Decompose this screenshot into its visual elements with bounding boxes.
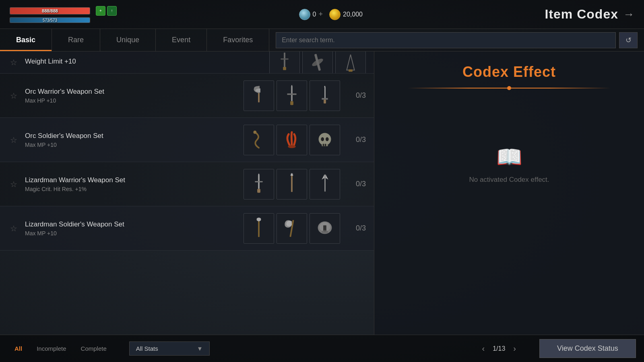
item-list: ☆ Weight Limit +10	[0, 51, 374, 335]
item-info-3: Lizardman Warrior's Weapon Set Magic Cri…	[25, 176, 238, 192]
main-content: ☆ Weight Limit +10	[0, 51, 644, 335]
sword-icon	[280, 84, 303, 107]
progress-text-1: 0/3	[346, 91, 366, 100]
codex-empty-text: No activated Codex effect.	[469, 176, 549, 184]
partial-item-icons	[269, 51, 366, 74]
partial-item-info: Weight Limit +10	[25, 58, 264, 67]
svg-rect-13	[322, 98, 328, 99]
svg-rect-2	[283, 67, 286, 70]
item-stat-2: Max MP +10	[25, 142, 238, 148]
filter-all[interactable]: All	[8, 342, 29, 355]
tab-rare[interactable]: Rare	[52, 29, 100, 51]
svg-point-37	[324, 230, 326, 231]
list-item: ☆ Orc Soldier's Weapon Set Max MP +10	[0, 118, 374, 162]
svg-marker-26	[258, 173, 260, 175]
favorite-button-partial[interactable]: ☆	[8, 58, 19, 67]
item-name-2: Orc Soldier's Weapon Set	[25, 132, 238, 140]
currency-area: 0 + 20,000	[117, 9, 545, 20]
stats-dropdown-label: All Stats	[136, 345, 158, 352]
gem-icon	[299, 9, 310, 20]
svg-rect-24	[255, 181, 262, 182]
svg-rect-5	[349, 69, 353, 72]
title-area: Item Codex →	[545, 7, 634, 22]
item-icon-box	[277, 80, 307, 111]
item-icon-box	[302, 51, 333, 74]
tabs-bar: Basic Rare Unique Event Favorites ↺	[0, 29, 644, 51]
svg-point-18	[321, 137, 324, 141]
item-icon-box	[244, 125, 274, 155]
search-input[interactable]	[276, 32, 616, 48]
item-icon-box	[310, 125, 340, 155]
gold-currency: 20,000	[329, 9, 363, 20]
tab-event[interactable]: Event	[156, 29, 207, 51]
svg-point-17	[319, 133, 331, 145]
tab-unique[interactable]: Unique	[100, 29, 156, 51]
right-panel: Codex Effect 📖 No activated Codex effect…	[374, 51, 644, 335]
blade-icon	[313, 173, 336, 196]
progress-text-2: 0/3	[346, 136, 366, 144]
search-area: ↺	[269, 29, 644, 51]
weapon-icon	[273, 51, 296, 74]
claw-icon	[280, 128, 303, 152]
svg-rect-11	[324, 87, 326, 99]
filter-incomplete[interactable]: Incomplete	[30, 342, 72, 355]
progress-text-3: 0/3	[346, 180, 366, 188]
partial-item-name: Weight Limit +10	[25, 58, 264, 66]
svg-rect-9	[290, 101, 293, 105]
item-icon-box	[244, 80, 274, 111]
hp-text: 888/888	[42, 8, 58, 13]
view-codex-status-button[interactable]: View Codex Status	[539, 339, 636, 358]
list-item: ☆ Orc Warrior's Weapon Set Max HP +10	[0, 74, 374, 118]
next-page-button[interactable]: ›	[510, 342, 519, 355]
codex-book-icon: 📖	[496, 145, 522, 169]
pagination: ‹ 1/13 ›	[479, 342, 519, 355]
tab-basic[interactable]: Basic	[0, 29, 52, 51]
favorite-button-2[interactable]: ☆	[8, 135, 19, 145]
favorite-button-1[interactable]: ☆	[8, 91, 19, 101]
search-button[interactable]: ↺	[619, 32, 638, 48]
add-gems-button[interactable]: +	[318, 10, 323, 19]
item-icon-box	[244, 169, 274, 200]
item-name-4: Lizardman Soldier's Weapon Set	[25, 220, 238, 228]
item-stat-3: Magic Crit. Hit Res. +1%	[25, 186, 238, 192]
codex-effect-title: Codex Effect	[462, 64, 556, 80]
mp-text: 573/573	[43, 18, 57, 22]
filter-complete[interactable]: Complete	[74, 342, 113, 355]
item-icons-1	[244, 80, 340, 111]
item-icon-box	[310, 169, 340, 200]
favorite-button-4[interactable]: ☆	[8, 224, 19, 233]
svg-point-19	[326, 137, 329, 141]
buff-icon-2: ↑	[107, 6, 117, 16]
filter-tabs: All Incomplete Complete	[8, 342, 113, 355]
svg-rect-0	[284, 53, 285, 68]
page-info: 1/13	[493, 345, 505, 352]
item-icons-4	[244, 213, 340, 244]
item-icon-box	[335, 51, 366, 74]
item-icons-3	[244, 169, 340, 200]
item-icon-box	[269, 51, 300, 74]
prev-page-button[interactable]: ‹	[479, 342, 488, 355]
svg-rect-1	[281, 58, 288, 60]
item-icons-2	[244, 125, 340, 155]
progress-text-4: 0/3	[346, 224, 366, 232]
mp-bar: 573/573	[10, 17, 90, 23]
svg-point-15	[253, 130, 256, 134]
list-item: ☆ Lizardman Soldier's Weapon Set Max MP …	[0, 206, 374, 251]
stats-dropdown[interactable]: All Stats ▼	[129, 341, 210, 356]
svg-rect-14	[324, 99, 326, 103]
favorite-button-3[interactable]: ☆	[8, 179, 19, 189]
item-stat-1: Max HP +10	[25, 97, 238, 104]
item-info-4: Lizardman Soldier's Weapon Set Max MP +1…	[25, 220, 238, 237]
list-item: ☆ Lizardman Warrior's Weapon Set Magic C…	[0, 162, 374, 206]
item-icon-box	[244, 213, 274, 244]
svg-marker-29	[290, 173, 293, 175]
svg-rect-8	[287, 93, 296, 95]
svg-marker-10	[291, 84, 293, 86]
tab-favorites[interactable]: Favorites	[207, 29, 269, 51]
title-arrow-icon: →	[623, 8, 634, 21]
item-stat-4: Max MP +10	[25, 230, 238, 237]
helmet-icon	[313, 217, 336, 240]
item-icon-box	[277, 125, 307, 155]
skull-icon	[313, 128, 336, 152]
buff-icon-1: +	[96, 6, 105, 16]
